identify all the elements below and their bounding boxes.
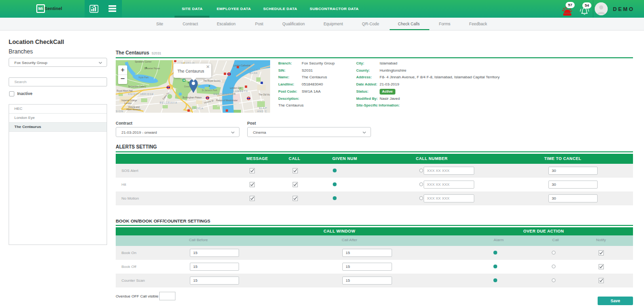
svg-text:Serpentine Gallery: Serpentine Gallery [128,85,146,88]
svg-text:Hyde Park: Hyde Park [139,76,149,79]
svg-text:Speakers' Corner: Speakers' Corner [135,61,152,63]
svg-text:The Old Vic: The Old Vic [259,94,270,96]
svg-text:London Cathedral: London Cathedral [233,64,251,67]
svg-text:London Eye: London Eye [230,87,242,89]
svg-text:Albert Museum: Albert Museum [126,108,141,111]
svg-text:The Royal Society: The Royal Society [203,80,221,82]
svg-text:ELEP: ELEP [259,106,267,109]
svg-text:SION: SION [116,110,123,113]
svg-text:Palace of Westminster: Palace of Westminster [216,99,238,102]
svg-text:BANK: BANK [250,72,258,74]
svg-text:London: London [124,102,132,105]
svg-text:M: M [183,79,185,82]
svg-text:WESTMINSTER: WESTMINSTER [213,93,236,96]
svg-text:BELGRAVIA: BELGRAVIA [160,101,177,104]
svg-text:KNIGHTSBRIDGE: KNIGHTSBRIDGE [128,93,154,96]
svg-text:Buckingham Palace: Buckingham Palace [183,96,202,99]
svg-text:LAMBETH: LAMBETH [233,90,248,93]
svg-text:Imperial College: Imperial College [121,99,137,102]
svg-text:Green: Green [184,85,190,88]
svg-text:AND C: AND C [257,110,267,113]
svg-text:SOUTH: SOUTH [248,68,259,71]
svg-text:VICTORIA: VICTORIA [188,107,204,110]
svg-text:Brevener House: Brevener House [144,67,160,70]
svg-text:St James's Park: St James's Park [202,89,218,92]
svg-text:Royal Albert Hall: Royal Albert Hall [117,90,132,92]
